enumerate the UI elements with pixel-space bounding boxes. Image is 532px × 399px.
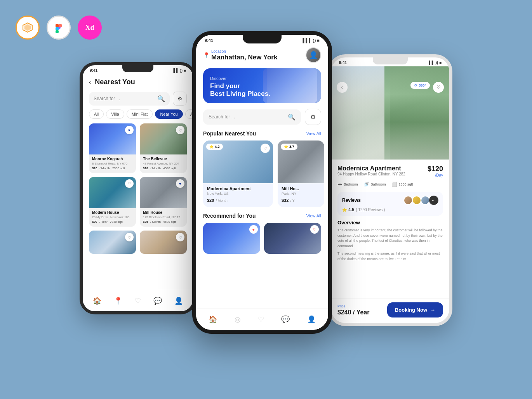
heart-btn-extra1[interactable]: ♡ (125, 233, 134, 241)
vr-360-badge[interactable]: ⟳ 360° (410, 82, 430, 89)
filter-button-left[interactable]: ⚙ (173, 92, 187, 106)
heart-btn-modernica[interactable]: ♡ (261, 144, 270, 153)
nav-home-left[interactable]: 🏠 (93, 297, 101, 305)
popular-cards-scroll: ⭐4.2 ♡ Modernica Apartment New York, US … (196, 141, 328, 213)
property-card-extra2[interactable]: ♡ (140, 231, 187, 254)
recommend-view-all[interactable]: View All (306, 213, 321, 218)
notch-right (373, 57, 408, 64)
heart-btn-mill[interactable]: ♥ (176, 179, 184, 188)
property-info-monroe: Monroe Kogarah 8 Stonepot Road, NY 070 $… (89, 154, 136, 173)
heart-btn-extra2[interactable]: ♡ (176, 233, 184, 241)
left-search-bar[interactable]: 🔍 (89, 92, 170, 106)
location-name-mid: Manhattan, New York (211, 54, 277, 61)
search-icon-left: 🔍 (157, 95, 165, 102)
phone-right: 9:41 ▌▌ )) ■ ‹ ♡ ⟳ 360° Modernica Apartm… (328, 54, 452, 326)
nav-chat-left[interactable]: 💬 (153, 297, 162, 305)
rec-heart-2[interactable]: ♡ (310, 225, 319, 234)
popular-card-modernica[interactable]: ⭐4.2 ♡ Modernica Apartment New York, US … (203, 141, 273, 207)
nav-home-mid[interactable]: 🏠 (209, 315, 217, 324)
nav-profile-left[interactable]: 👤 (174, 297, 183, 305)
property-card-extra1[interactable]: ♡ (89, 231, 136, 254)
back-btn-right[interactable]: ‹ (337, 82, 348, 93)
left-search-input[interactable] (94, 96, 154, 101)
prop-sqft-modern: 7940 sqft (110, 220, 123, 224)
nav-chat-mid[interactable]: 💬 (281, 315, 290, 324)
booking-price-info: Price $240 / Year (337, 304, 369, 316)
recommend-title: Recommend for You (203, 213, 256, 219)
property-card-bellevue[interactable]: ♡ The Bellevue 48 Forest Avenue, NY 204 … (140, 123, 187, 173)
bed-icon: 🛏 (337, 182, 342, 187)
tab-villa[interactable]: Villa (106, 109, 124, 119)
star-badge-modernica: ⭐4.2 (206, 144, 223, 150)
prop-meta-mill: $35 / Month 4580 sqft (143, 220, 184, 224)
property-card-modern[interactable]: ♡ Modern House 23 My Drive, New York 100… (89, 177, 136, 227)
rec-heart-1[interactable]: ♥ (249, 225, 258, 234)
amenities-row: 🛏 Bedroom 🚿 Bathroom ⬜ 1360 sqft (337, 182, 443, 187)
time-right: 9:41 (339, 61, 347, 65)
nav-compass-mid[interactable]: ◎ (235, 315, 241, 324)
popular-section-header: Popular Nearest You View All (196, 130, 328, 141)
rec-card-2[interactable]: ♡ (264, 223, 321, 254)
prop-price-bellevue: $18 (143, 167, 148, 170)
hero-text: Discover Find yourBest Living Places. (210, 76, 314, 98)
nav-location-left[interactable]: 📍 (114, 297, 122, 305)
left-header: ‹ Nearest You (89, 74, 187, 92)
svg-rect-6 (56, 27, 59, 30)
prop-name-bellevue: The Bellevue (143, 157, 184, 161)
heart-btn-modern[interactable]: ♡ (125, 179, 134, 188)
mid-search-bar[interactable]: 🔍 (203, 109, 301, 125)
rating-mill: 3.7 (289, 145, 294, 149)
property-card-monroe[interactable]: ♥ Monroe Kogarah 8 Stonepot Road, NY 070… (89, 123, 136, 173)
popular-info-modernica: Modernica Apartment New York, US $20 / M… (203, 183, 273, 207)
hero-main-text: Find yourBest Living Places. (210, 82, 314, 98)
nav-heart-left[interactable]: ♡ (135, 297, 141, 305)
arrow-right-icon: → (430, 307, 435, 313)
prop-period-bellevue: / Month (150, 167, 161, 170)
svg-rect-5 (59, 24, 62, 27)
prop-period-monroe: / Month (99, 167, 110, 170)
right-hero-image: ‹ ♡ ⟳ 360° (331, 66, 449, 160)
vr-360-icon: ⟳ (414, 83, 417, 87)
prop-meta-monroe: $20 / Month 2360 sqft (92, 167, 133, 170)
prop-sqft-mill: 4580 sqft (163, 220, 176, 224)
popular-card-mill[interactable]: ⭐3.7 Mill Ho... Paris, NY $32 / Y (278, 141, 324, 207)
location-label-mid: Location (211, 49, 277, 54)
avatar-1 (403, 196, 413, 205)
popular-view-all[interactable]: View All (306, 131, 321, 136)
tab-mini-flat[interactable]: Mini Flat (127, 109, 153, 119)
booking-footer: Price $240 / Year Booking Now → (331, 298, 449, 323)
heart-btn-right[interactable]: ♡ (433, 82, 444, 93)
property-card-mill[interactable]: ♥ Mill House 175 Bicetown Road, NY 17 $3… (140, 177, 187, 227)
hero-discover-text: Discover (210, 76, 314, 81)
nav-profile-mid[interactable]: 👤 (307, 315, 316, 324)
search-filter-row: 🔍 ⚙ (89, 92, 187, 106)
right-property-address: 94 Happy Hollow Road Clinton, NY 282 (337, 172, 405, 176)
avatar-icon: 👤 (309, 51, 318, 59)
user-avatar-mid[interactable]: 👤 (306, 47, 321, 63)
back-icon[interactable]: ‹ (89, 79, 91, 86)
reviews-section: Reviews ⋯ ⭐ 4.5 ( 1290 Reviews ) (337, 192, 443, 216)
tab-all[interactable]: All (89, 109, 104, 119)
right-content: Modernica Apartment 94 Happy Hollow Road… (331, 160, 449, 271)
recommend-section-header: Recommend for You View All (196, 213, 328, 223)
heart-btn-monroe[interactable]: ♥ (125, 126, 134, 134)
filter-button-mid[interactable]: ⚙ (305, 109, 321, 125)
more-avatars[interactable]: ⋯ (429, 196, 438, 205)
property-img-extra2: ♡ (140, 231, 187, 254)
time-left: 9:41 (90, 68, 97, 73)
heart-btn-bellevue[interactable]: ♡ (176, 126, 184, 134)
tab-more[interactable]: A (185, 109, 193, 119)
booking-now-button[interactable]: Booking Now → (387, 302, 443, 317)
popular-info-mill: Mill Ho... Paris, NY $32 / Y (278, 183, 324, 207)
popular-price-modernica: $20 / Month (207, 196, 269, 203)
rec-card-1[interactable]: ♥ (203, 223, 260, 254)
prop-name-monroe: Monroe Kogarah (92, 157, 133, 161)
tab-near-you[interactable]: Near You (155, 109, 183, 119)
popular-img-mill: ⭐3.7 (278, 141, 324, 183)
nav-heart-mid[interactable]: ♡ (258, 315, 264, 324)
vr-360-label: 360° (419, 83, 426, 87)
star-badge-mill: ⭐3.7 (281, 144, 297, 150)
mid-search-input[interactable] (209, 114, 285, 120)
book-price-value: $240 / Year (337, 309, 369, 316)
popular-name-mill: Mill Ho... (282, 186, 320, 191)
